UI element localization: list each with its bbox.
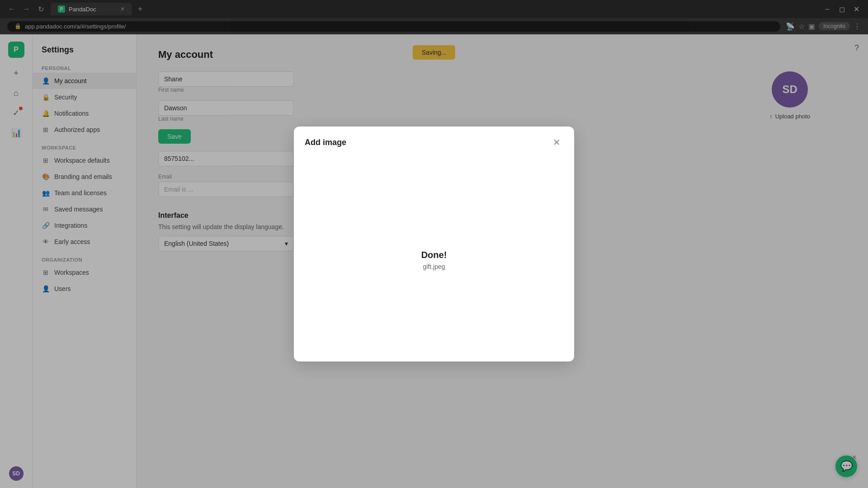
modal-overlay[interactable]: Add image ✕ Done! gift.jpeg	[0, 0, 868, 488]
modal-title: Add image	[305, 138, 346, 147]
modal-header: Add image ✕	[294, 127, 574, 158]
filename-text: gift.jpeg	[423, 263, 445, 270]
add-image-modal: Add image ✕ Done! gift.jpeg	[294, 127, 574, 361]
done-label: Done!	[421, 250, 447, 260]
modal-close-button[interactable]: ✕	[550, 136, 563, 149]
modal-body: Done! gift.jpeg	[294, 158, 574, 361]
